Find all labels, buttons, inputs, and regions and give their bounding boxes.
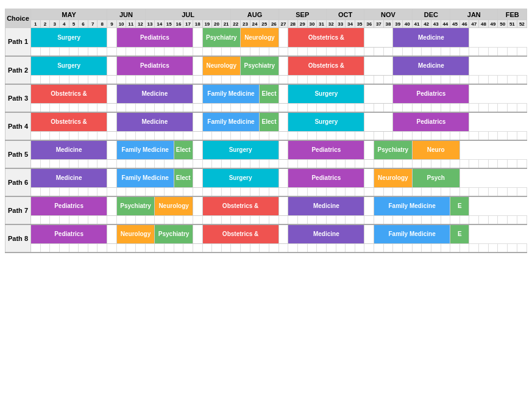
- sub-cell: [164, 216, 174, 224]
- week-num-6: 6: [79, 20, 88, 28]
- sub-cell: [441, 244, 450, 253]
- sub-cell: [202, 188, 212, 196]
- path-label-8: Path 8: [5, 224, 31, 253]
- sub-cell: [336, 216, 346, 224]
- sub-cell: [183, 104, 193, 112]
- sub-cell: [450, 216, 460, 224]
- path-sub-row-2: [5, 76, 527, 84]
- week-num-48: 48: [479, 20, 489, 28]
- sub-cell: [288, 76, 298, 84]
- sub-cell: [412, 216, 422, 224]
- sub-cell: [88, 244, 98, 253]
- week-num-10: 10: [116, 20, 126, 28]
- sub-cell: [326, 160, 336, 168]
- rotation-: [193, 168, 202, 188]
- week-num-49: 49: [488, 20, 498, 28]
- week-num-31: 31: [317, 20, 327, 28]
- week-num-44: 44: [441, 20, 450, 28]
- sub-cell: [355, 104, 364, 112]
- sub-cell: [69, 48, 79, 56]
- rotation-: [107, 224, 117, 244]
- sub-cell: [183, 76, 193, 84]
- sub-cell: [212, 188, 222, 196]
- sub-cell: [297, 76, 307, 84]
- sub-cell: [355, 132, 364, 140]
- week-num-30: 30: [307, 20, 317, 28]
- sub-cell: [126, 244, 136, 253]
- sub-cell: [241, 160, 250, 168]
- sub-cell: [193, 104, 202, 112]
- rotation-: [107, 168, 117, 188]
- rotation-surgery: Surgery: [202, 168, 278, 188]
- sub-cell: [498, 216, 508, 224]
- rotation-: [107, 56, 117, 76]
- sub-cell: [374, 244, 384, 253]
- rotation-elect: Elect: [174, 168, 193, 188]
- sub-cell: [88, 216, 98, 224]
- sub-cell: [431, 104, 441, 112]
- rotation-psychiatry: Psychiatry: [202, 28, 241, 48]
- rotation-pediatrics: Pediatrics: [116, 28, 193, 48]
- sub-cell: [31, 244, 41, 253]
- sub-cell: [393, 76, 403, 84]
- rotation-: [107, 140, 117, 160]
- sub-cell: [69, 244, 79, 253]
- sub-cell: [441, 76, 450, 84]
- sub-cell: [450, 104, 460, 112]
- sub-cell: [346, 48, 355, 56]
- sub-cell: [288, 188, 298, 196]
- sub-cell: [317, 216, 327, 224]
- path-label-7: Path 7: [5, 196, 31, 224]
- sub-cell: [250, 244, 260, 253]
- week-num-20: 20: [212, 20, 222, 28]
- sub-cell: [431, 132, 441, 140]
- sub-cell: [221, 76, 231, 84]
- sub-cell: [307, 188, 317, 196]
- sub-cell: [164, 132, 174, 140]
- sub-cell: [260, 188, 269, 196]
- sub-cell: [374, 132, 384, 140]
- sub-cell: [364, 160, 374, 168]
- sub-cell: [307, 104, 317, 112]
- sub-cell: [383, 132, 393, 140]
- sub-cell: [241, 188, 250, 196]
- path-label-5: Path 5: [5, 140, 31, 168]
- sub-cell: [79, 76, 88, 84]
- sub-cell: [278, 76, 288, 84]
- sub-cell: [336, 132, 346, 140]
- sub-cell: [488, 160, 498, 168]
- sub-cell: [346, 188, 355, 196]
- sub-cell: [498, 76, 508, 84]
- sub-cell: [508, 188, 517, 196]
- sub-cell: [278, 132, 288, 140]
- sub-cell: [383, 216, 393, 224]
- sub-cell: [355, 160, 364, 168]
- sub-cell: [193, 76, 202, 84]
- sub-cell: [422, 76, 431, 84]
- path-sub-row-6: [5, 188, 527, 196]
- month-header-dec: DEC: [412, 9, 450, 20]
- rotation-: [364, 196, 374, 216]
- sub-cell: [212, 76, 222, 84]
- sub-cell: [383, 160, 393, 168]
- sub-cell: [508, 244, 517, 253]
- sub-cell: [126, 216, 136, 224]
- sub-cell: [40, 76, 50, 84]
- sub-cell: [260, 244, 269, 253]
- rotation-obstetrics-: Obstetrics &: [31, 112, 107, 132]
- rotation-family-medicine: Family Medicine: [116, 140, 174, 160]
- sub-cell: [98, 188, 107, 196]
- rotation-psychiatry: Psychiatry: [116, 196, 155, 216]
- sub-cell: [241, 48, 250, 56]
- month-header-jan: JAN: [450, 9, 498, 20]
- rotation-obstetrics-: Obstetrics &: [202, 196, 278, 216]
- sub-cell: [517, 244, 527, 253]
- sub-cell: [31, 188, 41, 196]
- rotation-: [193, 196, 202, 216]
- sub-cell: [202, 160, 212, 168]
- week-num-52: 52: [517, 20, 527, 28]
- sub-cell: [136, 76, 146, 84]
- sub-cell: [40, 216, 50, 224]
- rotation-surgery: Surgery: [288, 112, 364, 132]
- sub-cell: [269, 216, 279, 224]
